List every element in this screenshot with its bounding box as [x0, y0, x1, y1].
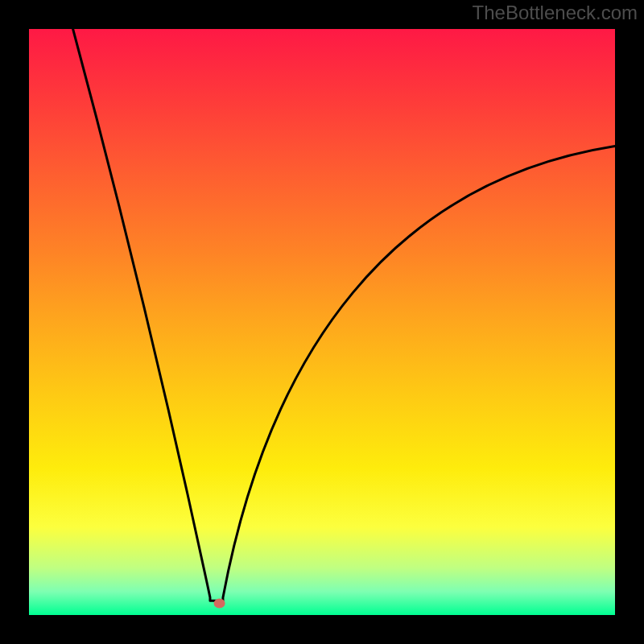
frame-left — [0, 0, 29, 644]
plot-background — [29, 29, 615, 615]
bottleneck-chart — [0, 0, 644, 644]
chart-container: TheBottleneck.com — [0, 0, 644, 644]
frame-bottom — [0, 615, 644, 644]
watermark-text: TheBottleneck.com — [473, 2, 638, 24]
frame-right — [615, 0, 644, 644]
minimum-marker — [214, 598, 225, 608]
